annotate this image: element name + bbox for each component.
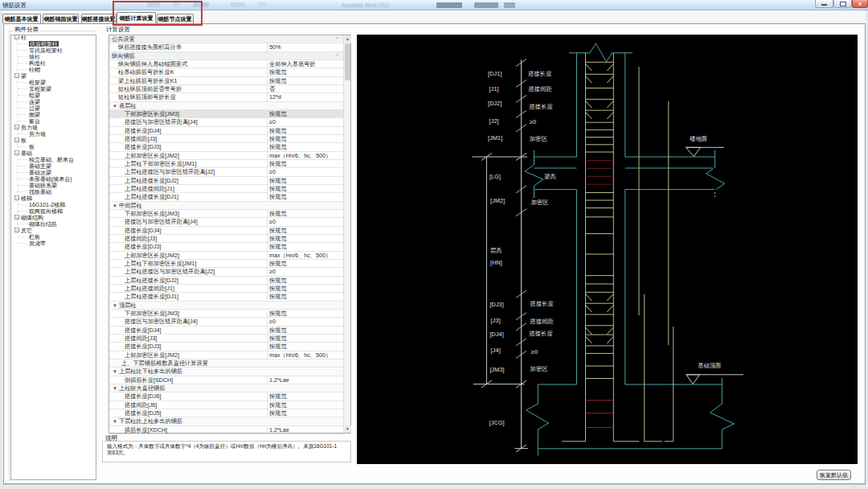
svg-text:[DJ1]: [DJ1] (488, 70, 502, 77)
svg-text:[DJ2]: [DJ2] (488, 100, 502, 107)
svg-text:搭接间距: 搭接间距 (530, 318, 553, 325)
svg-text:[JCG]: [JCG] (489, 419, 504, 426)
svg-text:楼地面: 楼地面 (690, 135, 707, 142)
svg-text:[J3]: [J3] (490, 317, 500, 324)
svg-text:≥0: ≥0 (530, 118, 536, 125)
svg-text:[JM1]: [JM1] (488, 134, 502, 142)
svg-text:搭接长度: 搭接长度 (529, 330, 552, 337)
svg-text:梁高: 梁高 (544, 173, 556, 180)
svg-text:[LG]: [LG] (489, 173, 500, 180)
svg-text:[DJ4]: [DJ4] (489, 331, 504, 338)
svg-text:[J1]: [J1] (489, 85, 498, 92)
svg-text:搭接长度: 搭接长度 (528, 70, 551, 77)
svg-text:[HN]: [HN] (490, 259, 502, 266)
svg-text:[J2]: [J2] (489, 117, 498, 125)
svg-text:搭接长度: 搭接长度 (529, 103, 552, 110)
svg-text:加密区: 加密区 (530, 135, 547, 142)
svg-text:[DJ3]: [DJ3] (489, 301, 504, 308)
svg-text:搭接长度: 搭接长度 (530, 300, 553, 307)
svg-text:[J4]: [J4] (490, 347, 500, 354)
svg-text:加密区: 加密区 (530, 365, 547, 372)
svg-text:[JM2]: [JM2] (490, 197, 505, 204)
svg-text:≥0: ≥0 (530, 348, 537, 355)
svg-text:加密区: 加密区 (530, 199, 548, 206)
svg-text:搭接间距: 搭接间距 (528, 85, 551, 92)
svg-text:基础顶面: 基础顶面 (698, 362, 721, 369)
svg-text:[JM3]: [JM3] (489, 366, 504, 373)
svg-text:层高: 层高 (490, 247, 502, 254)
